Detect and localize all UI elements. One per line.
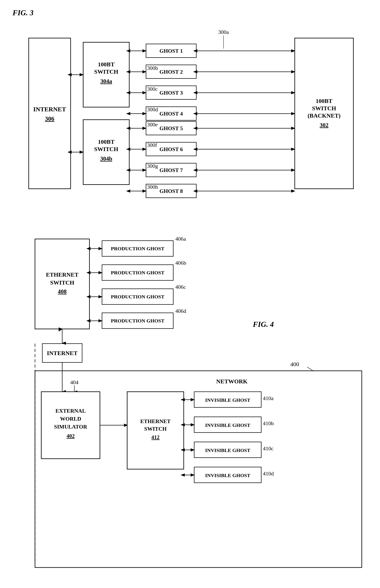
fig3-svg: INTERNET 306 100BT SWITCH 304a 100BT SWI… bbox=[22, 21, 358, 210]
fig4-label-406d: 406d bbox=[175, 308, 186, 314]
fig3-internet-label: INTERNET bbox=[33, 106, 66, 113]
fig3-label-300h: 300h bbox=[147, 184, 158, 190]
fig3-label-300e: 300e bbox=[147, 121, 158, 128]
fig4-eth-switch-bot-line2: SWITCH bbox=[144, 426, 167, 432]
fig4-svg: FIG. 4 ETHERNET SWITCH 408 PRODUCTION GH… bbox=[22, 226, 368, 578]
fig4-diagram: FIG. 4 ETHERNET SWITCH 408 PRODUCTION GH… bbox=[22, 226, 358, 572]
fig4-internet-label: INTERNET bbox=[47, 350, 78, 356]
fig3-ghost3: GHOST 3 bbox=[159, 90, 183, 96]
fig4-ext-world-line1: EXTERNAL bbox=[56, 408, 86, 414]
fig4-label-406a: 406a bbox=[175, 236, 186, 242]
fig3-switch304a-line2: SWITCH bbox=[94, 69, 118, 75]
fig4-ig3: INVISIBLE GHOST bbox=[205, 448, 250, 453]
fig4-eth-switch-top-line1: ETHERNET bbox=[46, 271, 78, 278]
fig3-diagram: INTERNET 306 100BT SWITCH 304a 100BT SWI… bbox=[22, 21, 358, 210]
fig4-ig1: INVISIBLE GHOST bbox=[205, 397, 250, 403]
fig4-label-406c: 406c bbox=[175, 284, 186, 290]
fig3-ghost4: GHOST 4 bbox=[159, 111, 183, 117]
fig4-label-406b: 406b bbox=[175, 260, 186, 266]
fig3-label-300f: 300f bbox=[147, 142, 157, 148]
fig4-label-410a: 410a bbox=[263, 395, 274, 401]
fig4-label-410d: 410d bbox=[263, 471, 274, 477]
fig3-label-300d: 300d bbox=[147, 106, 158, 113]
fig4-ext-world-line3: SIMULATOR bbox=[54, 424, 87, 430]
fig3-label-300g: 300g bbox=[147, 163, 158, 169]
fig3-label-300c: 300c bbox=[147, 86, 158, 92]
fig4-network-label: NETWORK bbox=[216, 378, 247, 385]
fig4-title: FIG. 4 bbox=[253, 320, 274, 329]
figure-4: FIG. 4 ETHERNET SWITCH 408 PRODUCTION GH… bbox=[13, 226, 367, 572]
fig4-pg1: PRODUCTION GHOST bbox=[111, 246, 164, 251]
fig3-ghost8: GHOST 8 bbox=[159, 188, 183, 194]
fig3-internet-num: 306 bbox=[45, 115, 55, 122]
fig3-ghost2: GHOST 2 bbox=[159, 69, 183, 75]
fig3-label-300b: 300b bbox=[147, 65, 158, 71]
fig4-eth-switch-top-line2: SWITCH bbox=[50, 279, 74, 286]
fig3-switch304b-line1: 100BT bbox=[98, 138, 114, 145]
fig4-eth-switch-bot-num: 412 bbox=[152, 434, 160, 440]
fig4-label-400: 400 bbox=[290, 361, 299, 367]
fig4-label-410c: 410c bbox=[263, 446, 274, 451]
fig4-pg2: PRODUCTION GHOST bbox=[111, 270, 164, 275]
fig3-ghost5: GHOST 5 bbox=[159, 125, 183, 131]
fig3-switch304a-num: 304a bbox=[100, 78, 112, 84]
fig3-backnet-line2: SWITCH bbox=[312, 105, 336, 112]
fig3-ghost1: GHOST 1 bbox=[159, 48, 183, 54]
fig3-switch304b-line2: SWITCH bbox=[94, 146, 118, 152]
figure-3: FIG. 3 INTERNET 306 100BT SWITCH 304a 10… bbox=[13, 8, 367, 210]
fig4-pg3: PRODUCTION GHOST bbox=[111, 294, 164, 299]
fig3-switch304a-line1: 100BT bbox=[98, 61, 114, 68]
fig4-eth-switch-bot-line1: ETHERNET bbox=[140, 418, 171, 424]
fig4-ext-world-line2: WORLD bbox=[60, 416, 81, 422]
svg-rect-0 bbox=[29, 38, 71, 189]
fig4-ext-world-num: 402 bbox=[67, 433, 75, 439]
fig3-title: FIG. 3 bbox=[13, 8, 367, 17]
fig4-ig4: INVISIBLE GHOST bbox=[205, 473, 250, 478]
fig3-backnet-num: 302 bbox=[320, 122, 328, 128]
fig3-backnet-line3: (BACKNET) bbox=[307, 112, 341, 119]
fig3-ghost7: GHOST 7 bbox=[159, 167, 183, 173]
fig4-label-410b: 410b bbox=[263, 420, 274, 426]
fig3-switch304b-num: 304b bbox=[100, 155, 112, 162]
fig4-label-404: 404 bbox=[70, 379, 78, 385]
fig4-pg4: PRODUCTION GHOST bbox=[111, 318, 164, 324]
fig3-label-300a: 300a bbox=[218, 29, 229, 35]
fig3-ghost6: GHOST 6 bbox=[159, 146, 183, 152]
fig3-backnet-line1: 100BT bbox=[316, 98, 332, 104]
fig4-ig2: INVISIBLE GHOST bbox=[205, 422, 250, 428]
fig4-eth-switch-top-num: 408 bbox=[58, 288, 67, 295]
